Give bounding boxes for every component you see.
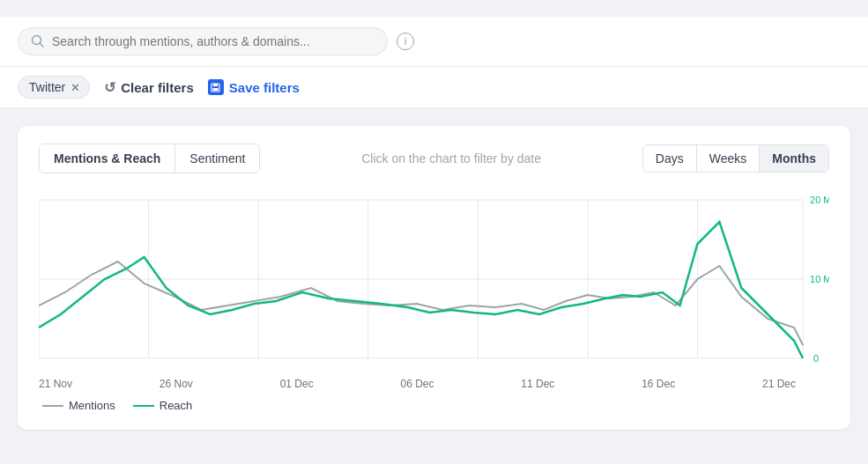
- search-input-wrapper: [18, 27, 388, 55]
- search-icon: [31, 34, 45, 48]
- app-container: i Twitter ✕ ↺ Clear filters Save filters: [0, 17, 868, 447]
- save-filters-button[interactable]: Save filters: [208, 79, 300, 95]
- reach-legend-label: Reach: [160, 399, 193, 412]
- x-label-26nov: 26 Nov: [160, 378, 193, 390]
- chart-tabs: Mentions & Reach Sentiment: [39, 144, 260, 173]
- legend-reach: Reach: [133, 399, 193, 412]
- chart-svg: 20 M 10 M 0: [39, 191, 829, 367]
- info-icon[interactable]: i: [397, 33, 414, 50]
- mentions-legend-label: Mentions: [69, 399, 115, 412]
- time-tab-days[interactable]: Days: [643, 145, 697, 172]
- mentions-line-indicator: [42, 405, 63, 407]
- chart-legend: Mentions Reach: [39, 399, 829, 412]
- x-label-11dec: 11 Dec: [521, 378, 554, 390]
- svg-text:20 M: 20 M: [810, 195, 829, 205]
- filter-tag-label: Twitter: [29, 80, 65, 94]
- main-content: Mentions & Reach Sentiment Click on the …: [0, 108, 868, 447]
- x-axis-labels: 21 Nov 26 Nov 01 Dec 06 Dec 11 Dec 16 De…: [39, 374, 796, 390]
- chart-header: Mentions & Reach Sentiment Click on the …: [39, 144, 829, 173]
- x-label-01dec: 01 Dec: [280, 378, 314, 390]
- search-bar-section: i: [0, 17, 868, 67]
- search-input[interactable]: [52, 34, 375, 48]
- clear-filters-label: Clear filters: [121, 80, 194, 95]
- svg-text:0: 0: [813, 353, 819, 364]
- svg-rect-3: [213, 88, 219, 91]
- time-tab-weeks[interactable]: Weeks: [697, 145, 760, 172]
- tab-sentiment[interactable]: Sentiment: [175, 144, 259, 173]
- clear-filters-button[interactable]: ↺ Clear filters: [104, 79, 194, 96]
- svg-rect-2: [213, 84, 218, 86]
- chart-area: 20 M 10 M 0: [39, 191, 829, 367]
- svg-text:10 M: 10 M: [810, 274, 829, 284]
- filters-section: Twitter ✕ ↺ Clear filters Save filters: [0, 67, 868, 108]
- save-filters-label: Save filters: [229, 80, 300, 95]
- time-range-tabs: Days Weeks Months: [642, 144, 829, 173]
- twitter-filter-tag: Twitter ✕: [18, 76, 90, 99]
- chart-card: Mentions & Reach Sentiment Click on the …: [18, 126, 850, 430]
- save-icon: [208, 79, 224, 95]
- x-label-21nov: 21 Nov: [39, 378, 72, 390]
- legend-mentions: Mentions: [42, 399, 115, 412]
- x-label-16dec: 16 Dec: [642, 378, 675, 390]
- x-label-06dec: 06 Dec: [400, 378, 434, 390]
- time-tab-months[interactable]: Months: [760, 145, 828, 172]
- refresh-icon: ↺: [104, 79, 115, 96]
- tab-mentions-reach[interactable]: Mentions & Reach: [40, 144, 175, 173]
- chart-hint: Click on the chart to filter by date: [361, 151, 541, 166]
- x-label-21dec: 21 Dec: [762, 378, 796, 390]
- filter-tag-close-button[interactable]: ✕: [70, 82, 80, 93]
- reach-line-indicator: [133, 405, 154, 407]
